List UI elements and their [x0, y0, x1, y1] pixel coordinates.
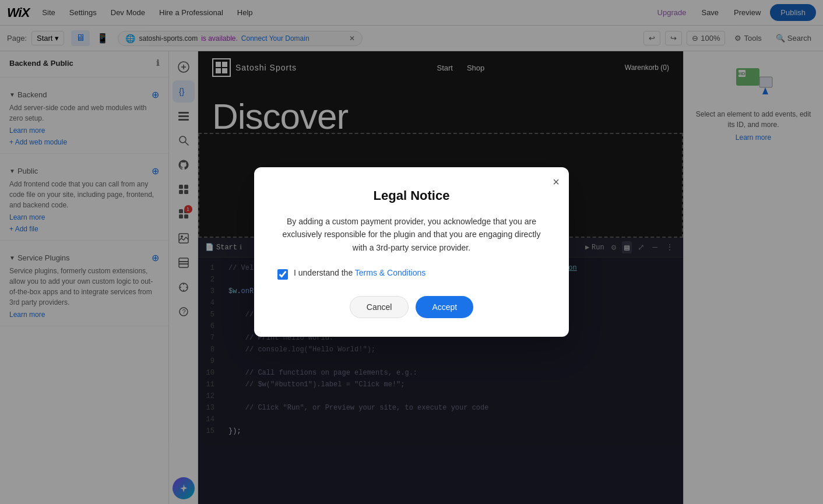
terms-conditions-link[interactable]: Terms & Conditions [355, 268, 425, 277]
checkbox-text: I understand the [294, 268, 355, 277]
modal-title: Legal Notice [277, 188, 546, 203]
modal-checkbox-label: I understand the Terms & Conditions [294, 268, 425, 277]
terms-checkbox[interactable] [277, 269, 288, 280]
modal-body: By adding a custom payment provider, you… [277, 215, 546, 254]
modal-checkbox-row: I understand the Terms & Conditions [277, 268, 546, 280]
accept-button[interactable]: Accept [416, 296, 473, 318]
legal-notice-modal: × Legal Notice By adding a custom paymen… [254, 167, 569, 337]
modal-close-button[interactable]: × [553, 175, 560, 189]
modal-footer: Cancel Accept [277, 296, 546, 318]
modal-overlay[interactable]: × Legal Notice By adding a custom paymen… [0, 0, 823, 504]
cancel-button[interactable]: Cancel [350, 296, 409, 318]
